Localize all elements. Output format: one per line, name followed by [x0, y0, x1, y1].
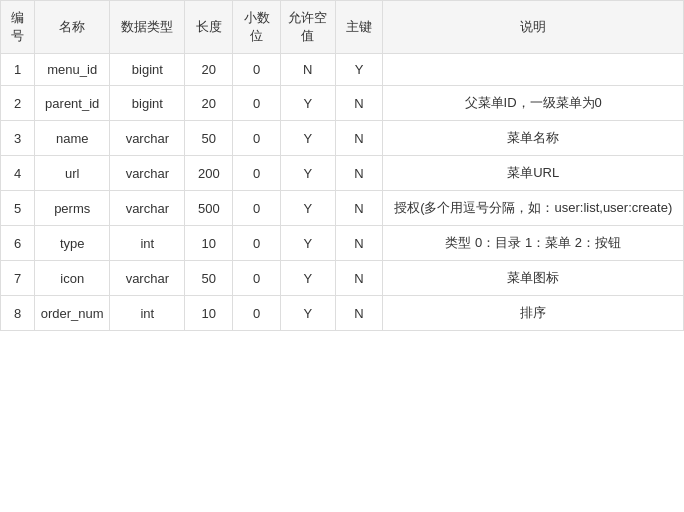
header-desc: 说明 — [383, 1, 684, 54]
table-cell: url — [35, 156, 110, 191]
table-cell — [383, 54, 684, 86]
table-cell: icon — [35, 261, 110, 296]
table-cell: N — [335, 191, 383, 226]
table-cell: 0 — [233, 156, 281, 191]
table-cell: Y — [280, 261, 335, 296]
table-cell: 10 — [185, 296, 233, 331]
table-cell: N — [335, 226, 383, 261]
header-length: 长度 — [185, 1, 233, 54]
table-cell: Y — [280, 121, 335, 156]
table-cell: 7 — [1, 261, 35, 296]
table-row: 4urlvarchar2000YN菜单URL — [1, 156, 684, 191]
table-cell: 菜单名称 — [383, 121, 684, 156]
table-cell: 菜单URL — [383, 156, 684, 191]
table-cell: name — [35, 121, 110, 156]
table-cell: 50 — [185, 121, 233, 156]
table-cell: 0 — [233, 191, 281, 226]
table-cell: bigint — [110, 54, 185, 86]
table-cell: N — [335, 296, 383, 331]
table-cell: 0 — [233, 296, 281, 331]
table-cell: menu_id — [35, 54, 110, 86]
table-cell: 10 — [185, 226, 233, 261]
table-cell: 4 — [1, 156, 35, 191]
header-no: 编号 — [1, 1, 35, 54]
table-cell: 类型 0：目录 1：菜单 2：按钮 — [383, 226, 684, 261]
table-cell: 菜单图标 — [383, 261, 684, 296]
table-cell: 8 — [1, 296, 35, 331]
table-cell: varchar — [110, 156, 185, 191]
table-cell: varchar — [110, 261, 185, 296]
header-type: 数据类型 — [110, 1, 185, 54]
table-header-row: 编号 名称 数据类型 长度 小数位 允许空值 主键 说明 — [1, 1, 684, 54]
table-cell: order_num — [35, 296, 110, 331]
table-cell: N — [335, 121, 383, 156]
table-row: 6typeint100YN类型 0：目录 1：菜单 2：按钮 — [1, 226, 684, 261]
table-cell: N — [280, 54, 335, 86]
table-cell: Y — [280, 86, 335, 121]
header-name: 名称 — [35, 1, 110, 54]
table-cell: 20 — [185, 54, 233, 86]
table-row: 1menu_idbigint200NY — [1, 54, 684, 86]
table-cell: 5 — [1, 191, 35, 226]
table-cell: parent_id — [35, 86, 110, 121]
table-cell: N — [335, 156, 383, 191]
table-cell: type — [35, 226, 110, 261]
table-cell: 0 — [233, 86, 281, 121]
table-cell: N — [335, 86, 383, 121]
header-decimal: 小数位 — [233, 1, 281, 54]
table-cell: perms — [35, 191, 110, 226]
table-cell: 50 — [185, 261, 233, 296]
header-pk: 主键 — [335, 1, 383, 54]
table-cell: varchar — [110, 191, 185, 226]
schema-table: 编号 名称 数据类型 长度 小数位 允许空值 主键 说明 1menu_idbig… — [0, 0, 684, 331]
table-cell: 0 — [233, 121, 281, 156]
table-cell: Y — [280, 191, 335, 226]
table-cell: Y — [280, 156, 335, 191]
table-row: 5permsvarchar5000YN授权(多个用逗号分隔，如：user:lis… — [1, 191, 684, 226]
table-cell: 0 — [233, 54, 281, 86]
table-cell: 父菜单ID，一级菜单为0 — [383, 86, 684, 121]
table-cell: 0 — [233, 261, 281, 296]
table-cell: 0 — [233, 226, 281, 261]
table-cell: bigint — [110, 86, 185, 121]
table-cell: 3 — [1, 121, 35, 156]
header-nullable: 允许空值 — [280, 1, 335, 54]
table-row: 7iconvarchar500YN菜单图标 — [1, 261, 684, 296]
table-cell: 1 — [1, 54, 35, 86]
table-cell: 20 — [185, 86, 233, 121]
table-row: 8order_numint100YN排序 — [1, 296, 684, 331]
table-cell: 500 — [185, 191, 233, 226]
table-cell: 2 — [1, 86, 35, 121]
table-cell: 授权(多个用逗号分隔，如：user:list,user:create) — [383, 191, 684, 226]
table-cell: 排序 — [383, 296, 684, 331]
table-cell: N — [335, 261, 383, 296]
table-cell: Y — [280, 226, 335, 261]
table-cell: varchar — [110, 121, 185, 156]
table-cell: int — [110, 226, 185, 261]
table-cell: int — [110, 296, 185, 331]
table-row: 3namevarchar500YN菜单名称 — [1, 121, 684, 156]
table-cell: 6 — [1, 226, 35, 261]
table-row: 2parent_idbigint200YN父菜单ID，一级菜单为0 — [1, 86, 684, 121]
table-cell: Y — [335, 54, 383, 86]
table-cell: Y — [280, 296, 335, 331]
table-cell: 200 — [185, 156, 233, 191]
